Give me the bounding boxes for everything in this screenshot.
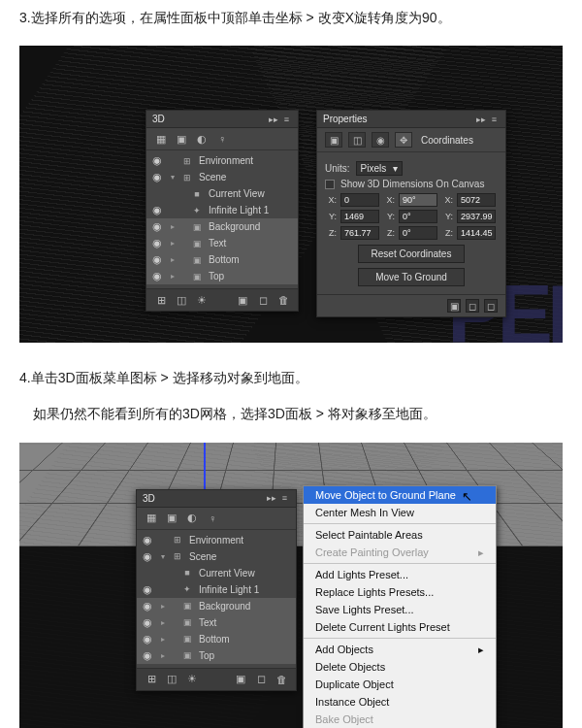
prop-tab-mesh-icon[interactable]: ▣ [325, 132, 342, 148]
filter-mesh-icon[interactable]: ▣ [175, 132, 188, 146]
expand-caret-icon[interactable]: ▸ [158, 651, 168, 660]
visibility-eye-icon[interactable]: ◉ [150, 220, 164, 233]
visibility-eye-icon[interactable]: ◉ [141, 633, 154, 645]
menu-item[interactable]: Delete Objects [304, 658, 496, 676]
visibility-eye-icon[interactable]: ◉ [150, 204, 164, 216]
tree-row[interactable]: ◉▾⊞Scene [146, 169, 298, 185]
expand-caret-icon[interactable]: ▸ [168, 239, 178, 248]
tree-row[interactable]: ■Current View [137, 565, 296, 581]
menu-item[interactable]: Delete Current Lights Preset [304, 618, 496, 636]
footer-new-icon[interactable]: ◻ [254, 673, 268, 686]
tree-row[interactable]: ◉▸▣Top [137, 647, 296, 664]
tree-row[interactable]: ◉▸▣Bottom [137, 631, 296, 647]
coord-input[interactable]: 1469 [340, 210, 379, 223]
expand-caret-icon[interactable]: ▸ [158, 602, 168, 611]
prop-tab-deform-icon[interactable]: ◫ [348, 132, 366, 148]
tree-row[interactable]: ◉▸▣Bottom [146, 251, 298, 268]
menu-item[interactable]: Save Lights Preset... [304, 601, 496, 618]
coord-input[interactable]: 0° [399, 210, 437, 223]
visibility-eye-icon[interactable]: ◉ [150, 154, 164, 167]
expand-caret-icon[interactable]: ▸ [168, 272, 178, 281]
menu-item[interactable]: Duplicate Object [304, 676, 496, 693]
panel-3d-tabbar[interactable]: 3D ▸▸ ≡ [146, 111, 298, 128]
filter-light-icon[interactable]: ♀ [206, 512, 219, 525]
units-select[interactable]: Pixels▾ [356, 161, 403, 176]
footer-icon-1[interactable]: ⊞ [154, 293, 168, 307]
filter-material-icon[interactable]: ◐ [185, 512, 199, 525]
visibility-eye-icon[interactable]: ◉ [150, 253, 164, 266]
expand-caret-icon[interactable]: ▸ [158, 635, 168, 644]
panel-collapse-icon[interactable]: ▸▸ [268, 114, 278, 124]
menu-item[interactable]: Replace Lights Presets... [304, 583, 496, 601]
filter-material-icon[interactable]: ◐ [195, 132, 209, 146]
tree-row[interactable]: ◉▸▣Background [137, 598, 296, 614]
footer-icon-1[interactable]: ⊞ [145, 673, 158, 686]
footer-trash-icon[interactable]: 🗑 [275, 673, 288, 686]
prop-tab-coordinates-icon[interactable]: ✥ [395, 132, 412, 148]
visibility-eye-icon[interactable]: ◉ [150, 270, 164, 282]
coord-input[interactable]: 1414.45 [457, 226, 496, 240]
menu-item[interactable]: Center Mesh In View [304, 504, 496, 521]
tree-row[interactable]: ◉▸▣Text [137, 614, 296, 631]
show-3d-checkbox[interactable] [325, 180, 335, 189]
footer-render-icon[interactable]: ▣ [236, 293, 249, 307]
footer-trash-icon[interactable]: 🗑 [276, 293, 290, 307]
move-to-ground-button[interactable]: Move To Ground [358, 268, 465, 286]
tree-row[interactable]: ◉✦Infinite Light 1 [146, 202, 298, 218]
filter-all-icon[interactable]: ▦ [154, 132, 168, 146]
filter-mesh-icon[interactable]: ▣ [165, 512, 178, 525]
visibility-eye-icon[interactable]: ◉ [141, 583, 154, 596]
footer-icon-2[interactable]: ◫ [175, 293, 188, 307]
tree-row[interactable]: ◉▸▣Text [146, 235, 298, 251]
panel-3d-tabbar[interactable]: 3D ▸▸ ≡ [137, 490, 296, 508]
expand-caret-icon[interactable]: ▸ [168, 222, 178, 231]
panel-collapse-icon[interactable]: ▸▸ [475, 114, 486, 124]
tree-row[interactable]: ◉▸▣Top [146, 268, 298, 284]
panel-collapse-icon[interactable]: ▸▸ [266, 493, 276, 504]
tree-row[interactable]: ◉⊞Environment [146, 152, 298, 169]
tree-row[interactable]: ◉⊞Environment [137, 532, 296, 548]
visibility-eye-icon[interactable]: ◉ [150, 237, 164, 249]
coord-input[interactable]: 2937.99 [457, 210, 496, 223]
panel-menu-icon[interactable]: ≡ [279, 493, 290, 504]
tree-row[interactable]: ■Current View [146, 185, 298, 202]
menu-item[interactable]: Add Objects▸ [304, 641, 496, 658]
panel-prop-tabbar[interactable]: Properties ▸▸ ≡ [317, 111, 505, 128]
visibility-eye-icon[interactable]: ◉ [150, 171, 164, 183]
visibility-eye-icon[interactable]: ◉ [141, 600, 154, 612]
menu-item[interactable]: Instance Object [304, 693, 496, 711]
tree-row[interactable]: ◉▸▣Background [146, 218, 298, 235]
footer-toggle-3[interactable]: ◻ [484, 299, 498, 313]
coord-input[interactable]: 90° [399, 193, 437, 207]
expand-caret-icon[interactable]: ▸ [158, 618, 168, 627]
footer-new-icon[interactable]: ◻ [256, 293, 270, 307]
panel-menu-icon[interactable]: ≡ [489, 114, 500, 124]
reset-coordinates-button[interactable]: Reset Coordinates [358, 245, 465, 263]
coord-input[interactable]: 0° [399, 226, 437, 240]
expand-caret-icon[interactable]: ▾ [158, 552, 168, 561]
visibility-eye-icon[interactable]: ◉ [141, 534, 154, 546]
panel-menu-icon[interactable]: ≡ [281, 114, 292, 124]
menu-item[interactable]: Add Lights Preset... [304, 566, 496, 583]
footer-toggle-2[interactable]: ◻ [466, 299, 479, 313]
filter-all-icon[interactable]: ▦ [145, 512, 158, 525]
footer-icon-3[interactable]: ☀ [195, 293, 209, 307]
footer-render-icon[interactable]: ▣ [234, 673, 247, 686]
menu-item[interactable]: Select Paintable Areas [304, 526, 496, 544]
tree-row[interactable]: ◉✦Infinite Light 1 [137, 581, 296, 598]
footer-icon-3[interactable]: ☀ [185, 673, 199, 686]
coord-input[interactable]: 761.77 [340, 226, 379, 240]
expand-caret-icon[interactable]: ▾ [168, 173, 178, 182]
tree-row[interactable]: ◉▾⊞Scene [137, 548, 296, 565]
context-menu[interactable]: Move Object to Ground PlaneCenter Mesh I… [303, 485, 497, 728]
filter-light-icon[interactable]: ♀ [215, 132, 229, 146]
prop-tab-cap-icon[interactable]: ◉ [372, 132, 389, 148]
expand-caret-icon[interactable]: ▸ [168, 255, 178, 264]
coord-input[interactable]: 0 [340, 193, 379, 207]
coord-input[interactable]: 5072 [457, 193, 496, 207]
footer-toggle-1[interactable]: ▣ [447, 299, 461, 313]
footer-icon-2[interactable]: ◫ [165, 673, 178, 686]
visibility-eye-icon[interactable]: ◉ [141, 550, 154, 563]
visibility-eye-icon[interactable]: ◉ [141, 616, 154, 629]
visibility-eye-icon[interactable]: ◉ [141, 649, 154, 662]
